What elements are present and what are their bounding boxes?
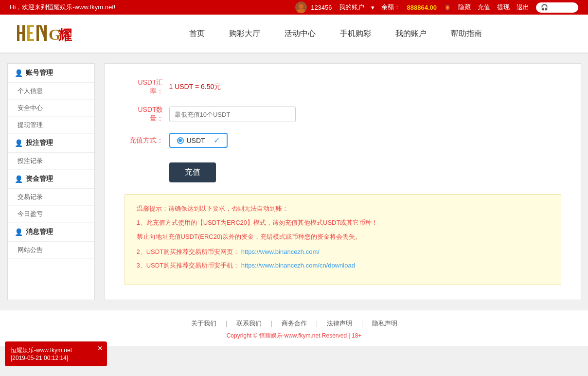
svg-rect-11 (44, 25, 47, 41)
online-service-label: 在线客服 (550, 3, 573, 12)
balance-label: 余额： (381, 3, 400, 12)
betting-management-label: 投注管理 (26, 139, 53, 147)
sidebar-item-withdrawal-management[interactable]: 提现管理 (8, 117, 94, 134)
user-info: 123456 (295, 1, 332, 13)
exchange-rate-label: USDT汇率： (125, 78, 163, 96)
footer-about-us[interactable]: 关于我们 (191, 319, 216, 328)
withdraw-link[interactable]: 提现 (497, 3, 510, 12)
usdt-amount-row: USDT数量： (125, 106, 561, 123)
payment-option-label: USDT (187, 137, 205, 144)
svg-rect-6 (27, 25, 34, 27)
main-container: 👤 账号管理 个人信息 安全中心 提现管理 👤 投注管理 投注记录 👤 资金管理… (7, 63, 581, 300)
hide-balance-icon: 🏮 (444, 4, 451, 11)
nav-help-guide[interactable]: 帮助指南 (451, 26, 482, 41)
svg-rect-8 (27, 39, 34, 41)
sidebar: 👤 账号管理 个人信息 安全中心 提现管理 👤 投注管理 投注记录 👤 资金管理… (7, 63, 95, 300)
funds-management-label: 资金管理 (26, 175, 53, 183)
user-icon-4: 👤 (15, 228, 23, 236)
logo[interactable]: G 耀 (15, 20, 97, 47)
svg-text:耀: 耀 (58, 28, 72, 43)
sidebar-section-account: 👤 账号管理 (8, 64, 94, 83)
account-management-label: 账号管理 (26, 69, 53, 77)
user-icon: 👤 (15, 69, 23, 77)
chevron-down-icon: ▾ (371, 4, 374, 11)
top-bar: Hi，欢迎来到恒耀娱乐-www.fkym.net! 123456 我的账户 ▾ … (0, 0, 588, 15)
exchange-rate-value: 1 USDT = 6.50元 (169, 83, 221, 91)
sidebar-section-message: 👤 消息管理 (8, 223, 94, 242)
submit-row: 充值 (125, 158, 561, 182)
content-box: USDT汇率： 1 USDT = 6.50元 USDT数量： 充值方式： USD… (105, 63, 581, 300)
notification-close-button[interactable]: ✕ (97, 344, 103, 346)
notification-popup: ✕ 恒耀娱乐-www.fkym.net [2019-05-21 00:12:14… (5, 341, 107, 346)
payment-radio (177, 137, 184, 144)
nav-mobile-lottery[interactable]: 手机购彩 (340, 26, 371, 41)
my-account-link[interactable]: 我的账户 (339, 3, 364, 12)
footer-legal-statement[interactable]: 法律声明 (327, 319, 352, 328)
header: G 耀 首页 购彩大厅 活动中心 手机购彩 我的账户 帮助指南 (0, 15, 588, 54)
warning-line4: 3、USDT购买推荐交易所币安手机： https://www.binancezh… (137, 261, 549, 271)
nav-lottery-hall[interactable]: 购彩大厅 (229, 26, 260, 41)
payment-method-label: 充值方式： (125, 136, 163, 145)
avatar (295, 1, 307, 13)
welcome-message: Hi，欢迎来到恒耀娱乐-www.fkym.net! (10, 3, 115, 12)
warning-line3-prefix: 2、USDT购买推荐交易所币安网页： (137, 248, 240, 255)
nav-my-account[interactable]: 我的账户 (395, 26, 427, 41)
top-bar-right: 123456 我的账户 ▾ 余额： 888864.00 🏮 隐藏 充值 提现 退… (295, 1, 578, 13)
user-icon-2: 👤 (15, 139, 23, 147)
logout-link[interactable]: 退出 (517, 3, 529, 12)
footer: 关于我们 ｜ 联系我们 ｜ 商务合作 ｜ 法律声明 ｜ 隐私声明 Copyrig… (0, 310, 588, 346)
warning-line2: 禁止向地址充值USDT(ERC20)以外的资金，充错模式或币种您的资金将会丢失。 (137, 232, 549, 242)
checkmark-icon: ✓ (214, 136, 220, 145)
online-service-button[interactable]: 🎧 在线客服 (536, 2, 578, 13)
svg-point-0 (299, 4, 303, 9)
username-label: 123456 (311, 4, 332, 11)
nav-activity-center[interactable]: 活动中心 (285, 26, 316, 41)
footer-privacy-statement[interactable]: 隐私声明 (372, 319, 397, 328)
payment-option-usdt[interactable]: USDT ✓ (169, 133, 228, 148)
svg-rect-7 (27, 32, 33, 34)
footer-divider3: ｜ (314, 319, 320, 328)
sidebar-item-transaction-records[interactable]: 交易记录 (8, 189, 94, 206)
footer-divider4: ｜ (359, 319, 365, 328)
warning-link1[interactable]: https://www.binancezh.com/ (241, 248, 320, 255)
logo-svg: G 耀 (15, 20, 97, 47)
warning-link2[interactable]: https://www.binancezh.com/cn/download (241, 262, 355, 269)
recharge-link[interactable]: 充值 (478, 3, 490, 12)
sidebar-item-security-center[interactable]: 安全中心 (8, 100, 94, 117)
main-nav: 首页 购彩大厅 活动中心 手机购彩 我的账户 帮助指南 (97, 26, 573, 41)
warning-line3: 2、USDT购买推荐交易所币安网页： https://www.binancezh… (137, 247, 549, 257)
svg-rect-9 (36, 25, 39, 41)
svg-point-1 (297, 9, 305, 13)
exchange-rate-row: USDT汇率： 1 USDT = 6.50元 (125, 78, 561, 96)
footer-contact-us[interactable]: 联系我们 (236, 319, 262, 328)
svg-rect-4 (22, 25, 25, 41)
submit-button[interactable]: 充值 (169, 162, 216, 182)
footer-divider2: ｜ (268, 319, 275, 328)
footer-copyright: Copyright © 恒耀娱乐-www.fkym.net Reserved |… (0, 332, 588, 340)
sidebar-item-personal-info[interactable]: 个人信息 (8, 83, 94, 100)
sidebar-item-site-announcement[interactable]: 网站公告 (8, 242, 94, 259)
usdt-amount-label: USDT数量： (125, 106, 163, 123)
sidebar-section-funds: 👤 资金管理 (8, 170, 94, 189)
footer-business-cooperation[interactable]: 商务合作 (282, 319, 307, 328)
warning-title: 温馨提示：请确保达到以下要求，否则无法自动到账： (137, 204, 549, 213)
balance-value: 888864.00 (407, 4, 437, 11)
hide-balance-link[interactable]: 隐藏 (458, 3, 471, 12)
payment-method-row: 充值方式： USDT ✓ (125, 133, 561, 148)
footer-links: 关于我们 ｜ 联系我们 ｜ 商务合作 ｜ 法律声明 ｜ 隐私声明 (0, 319, 588, 328)
sidebar-item-daily-profit[interactable]: 今日盈亏 (8, 206, 94, 223)
nav-home[interactable]: 首页 (189, 26, 205, 41)
sidebar-item-betting-records[interactable]: 投注记录 (8, 153, 94, 170)
sidebar-section-betting: 👤 投注管理 (8, 134, 94, 153)
warning-line4-prefix: 3、USDT购买推荐交易所币安手机： (137, 262, 240, 269)
headset-icon: 🎧 (541, 4, 548, 11)
usdt-amount-input[interactable] (169, 107, 296, 122)
message-management-label: 消息管理 (26, 228, 53, 236)
user-icon-3: 👤 (15, 175, 23, 183)
warning-box: 温馨提示：请确保达到以下要求，否则无法自动到账： 1、此充值方式使用的【USDT… (125, 194, 561, 285)
warning-line1: 1、此充值方式使用的【USDT为ERC20】模式，请勿充值其他模式USDT或其它… (137, 218, 549, 228)
content-area: USDT汇率： 1 USDT = 6.50元 USDT数量： 充值方式： USD… (105, 63, 581, 300)
footer-divider1: ｜ (223, 319, 230, 328)
